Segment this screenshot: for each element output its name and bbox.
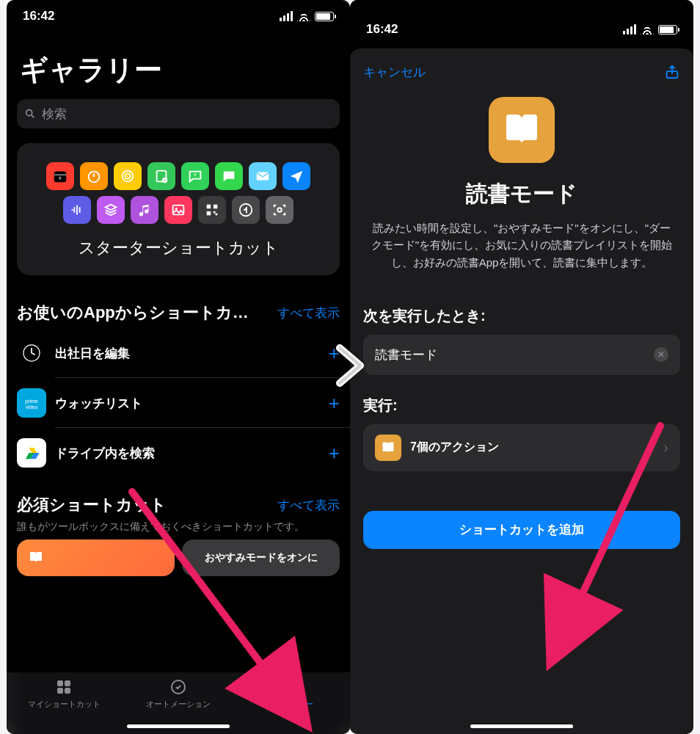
status-icons xyxy=(623,24,677,34)
starter-tile-calendar-plus[interactable]: + xyxy=(46,162,74,190)
starter-tile-timer[interactable] xyxy=(80,162,108,190)
add-button-label: ショートカットを追加 xyxy=(459,521,584,538)
starter-tile-chat-plus[interactable]: + xyxy=(181,162,209,190)
clock-check-icon xyxy=(168,678,189,696)
starter-tile-airplay[interactable] xyxy=(114,162,142,190)
starter-grid: +++ xyxy=(30,162,327,224)
starter-tile-mail[interactable] xyxy=(249,162,277,190)
section-header-apps: お使いのAppからショートカ… すべて表示 xyxy=(7,275,350,328)
app-icon: primevideo xyxy=(17,388,46,418)
see-all-link[interactable]: すべて表示 xyxy=(277,497,340,514)
svg-text:+: + xyxy=(193,171,197,178)
starter-tile-waveform[interactable] xyxy=(63,196,91,224)
shortcut-card[interactable]: おやすみモードをオンに xyxy=(182,539,340,576)
svg-rect-17 xyxy=(207,205,211,209)
svg-point-23 xyxy=(277,208,282,212)
starter-tile-layers[interactable] xyxy=(97,196,125,224)
svg-rect-33 xyxy=(65,680,70,686)
battery-icon xyxy=(658,25,677,34)
starter-card[interactable]: +++ スターターショートカット xyxy=(17,143,340,275)
photo-icon xyxy=(170,202,186,218)
add-icon[interactable]: + xyxy=(329,392,340,415)
clock-icon xyxy=(21,343,42,363)
gallery-screen: 16:42 ギャラリー 検索 +++ スターターショートカット お使いのAppか… xyxy=(7,0,350,734)
svg-text:prime: prime xyxy=(25,399,38,404)
timer-icon xyxy=(86,168,102,184)
share-arrow-icon xyxy=(238,202,254,218)
section-title: お使いのAppからショートカ… xyxy=(17,302,249,324)
shortcut-card[interactable] xyxy=(17,539,175,576)
svg-text:+: + xyxy=(164,178,166,182)
add-shortcut-button[interactable]: ショートカットを追加 xyxy=(363,511,680,549)
see-all-link[interactable]: すべて表示 xyxy=(277,305,340,321)
svg-point-9 xyxy=(127,175,128,177)
shortcut-list-item[interactable]: 出社日を編集+ xyxy=(7,328,350,378)
transition-arrow-icon xyxy=(327,342,373,392)
drive-icon xyxy=(21,443,42,463)
app-icon xyxy=(17,338,46,368)
do-label: 実行: xyxy=(363,396,680,415)
actions-icon xyxy=(375,435,401,461)
svg-rect-14 xyxy=(257,172,269,181)
clock: 16:42 xyxy=(23,9,54,23)
svg-rect-15 xyxy=(173,206,184,215)
cancel-button[interactable]: キャンセル xyxy=(363,64,426,81)
status-bar: 16:42 xyxy=(7,0,350,32)
clear-icon[interactable]: ✕ xyxy=(654,347,668,362)
svg-rect-20 xyxy=(214,211,216,214)
prime-video-icon: primevideo xyxy=(21,393,42,413)
trigger-value: 読書モード xyxy=(375,346,437,363)
svg-rect-32 xyxy=(57,680,63,686)
scan-icon xyxy=(271,202,288,218)
sheet-header: キャンセル xyxy=(363,60,680,84)
starter-tile-message[interactable] xyxy=(215,162,243,190)
search-input[interactable]: 検索 xyxy=(17,99,340,128)
chat-plus-icon: + xyxy=(187,168,203,184)
trigger-field[interactable]: 読書モード ✕ xyxy=(363,335,680,375)
waveform-icon xyxy=(69,202,85,218)
hero: 読書モード 読みたい時間を設定し、"おやすみモード"をオンにし、"ダークモード"… xyxy=(363,84,680,278)
tab-gallery[interactable]: ギャラリー xyxy=(236,678,350,734)
shortcut-list-item[interactable]: ドライブ内を検索+ xyxy=(7,428,350,478)
search-icon xyxy=(24,108,36,120)
tab-my-shortcuts[interactable]: マイショートカット xyxy=(7,678,121,734)
svg-rect-21 xyxy=(216,214,218,216)
list-item-label: ウォッチリスト xyxy=(55,395,320,412)
section-subtitle: 誰もがツールボックスに備えておくべきショートカットです。 xyxy=(7,520,350,539)
airplay-icon xyxy=(120,168,136,184)
qr-icon xyxy=(204,202,220,218)
actions-card[interactable]: 7個のアクション › xyxy=(363,424,680,471)
list-item-label: 出社日を編集 xyxy=(55,345,320,362)
clock: 16:42 xyxy=(366,22,398,37)
essential-peek: おやすみモードをオンに xyxy=(7,539,350,576)
message-icon xyxy=(221,168,237,184)
starter-tile-qr[interactable] xyxy=(198,196,226,224)
shortcut-list-item[interactable]: primevideoウォッチリスト+ xyxy=(7,378,350,428)
mail-icon xyxy=(255,168,271,184)
actions-count: 7個のアクション xyxy=(410,440,655,455)
app-icon xyxy=(17,438,46,468)
starter-tile-photo[interactable] xyxy=(164,196,192,224)
cellular-icon xyxy=(623,24,636,34)
list-item-label: ドライブ内を検索 xyxy=(55,445,320,462)
share-icon[interactable] xyxy=(664,63,680,81)
status-bar: 16:42 xyxy=(350,13,693,46)
section-header-essential: 必須ショートカット すべて表示 xyxy=(7,478,350,520)
status-icons xyxy=(280,11,334,21)
add-icon[interactable]: + xyxy=(329,442,340,465)
svg-text:video: video xyxy=(26,404,38,410)
modal-sheet: キャンセル 読書モード 読みたい時間を設定し、"おやすみモード"をオンにし、"ダ… xyxy=(350,48,693,734)
search-placeholder: 検索 xyxy=(42,106,67,123)
when-run-label: 次を実行したとき: xyxy=(363,306,680,326)
home-indicator[interactable] xyxy=(470,724,573,728)
shortcut-detail-screen: 16:42 キャンセル 読書モード 読みたい時間を設定し、"おやすみモード"をオ… xyxy=(350,0,693,734)
starter-tile-send[interactable] xyxy=(282,162,310,190)
starter-tile-note-plus[interactable]: + xyxy=(147,162,175,190)
starter-tile-share-arrow[interactable] xyxy=(232,196,260,224)
book-icon xyxy=(381,440,395,455)
starter-tile-music-note[interactable] xyxy=(131,196,158,224)
wifi-icon xyxy=(641,24,654,34)
home-indicator[interactable] xyxy=(127,724,230,728)
music-note-icon xyxy=(136,202,153,218)
starter-tile-scan[interactable] xyxy=(266,196,294,224)
